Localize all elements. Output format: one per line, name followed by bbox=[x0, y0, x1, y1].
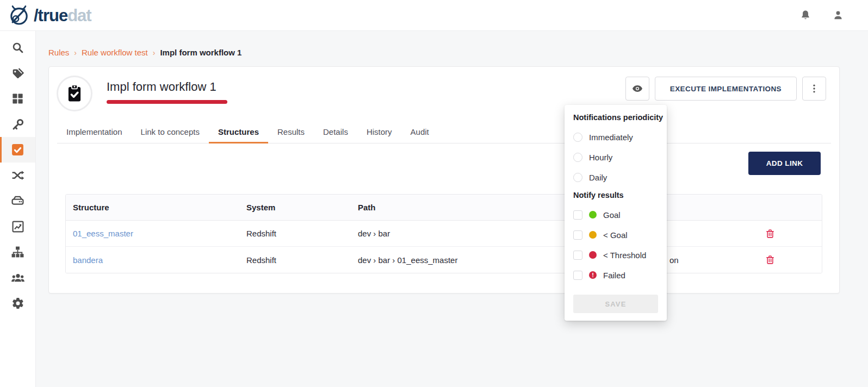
user-profile-icon[interactable] bbox=[832, 9, 844, 21]
trash-icon bbox=[765, 254, 776, 265]
notifications-bell-icon[interactable] bbox=[799, 9, 811, 21]
radio-button-icon[interactable] bbox=[573, 153, 582, 162]
radio-option-immediately[interactable]: Immediately bbox=[573, 130, 658, 143]
notifications-popup: Notifications periodicity Immediately Ho… bbox=[565, 105, 667, 321]
tab-details[interactable]: Details bbox=[314, 121, 357, 143]
grid-icon bbox=[11, 92, 24, 105]
breadcrumb-link-rules[interactable]: Rules bbox=[48, 48, 69, 57]
radio-button-icon[interactable] bbox=[573, 173, 582, 182]
checkbox-option-below-threshold[interactable]: < Threshold bbox=[573, 248, 658, 261]
structures-table: Structure System Path 01_eess_master Red… bbox=[65, 194, 822, 273]
more-options-button[interactable] bbox=[802, 77, 826, 101]
tab-structures[interactable]: Structures bbox=[209, 121, 268, 143]
chart-icon bbox=[11, 220, 24, 233]
column-header-structure: Structure bbox=[66, 203, 246, 212]
add-link-button[interactable]: ADD LINK bbox=[748, 152, 821, 175]
tab-audit[interactable]: Audit bbox=[401, 121, 438, 143]
owl-logo-icon bbox=[7, 3, 31, 27]
page-title: Impl form workflow 1 bbox=[107, 80, 227, 94]
system-cell: Redshift bbox=[246, 229, 358, 238]
save-button[interactable]: SAVE bbox=[573, 295, 658, 313]
gear-icon bbox=[11, 297, 24, 310]
drive-icon bbox=[11, 194, 24, 208]
sidebar-item-dashboard[interactable] bbox=[0, 86, 35, 111]
truedat-logo[interactable]: /truedat bbox=[0, 3, 91, 27]
sidebar-item-settings[interactable] bbox=[0, 290, 35, 316]
table-row: bandera Redshift dev › bar › 01_eess_mas… bbox=[66, 247, 822, 273]
result-progress-bar bbox=[107, 100, 227, 104]
view-button[interactable] bbox=[625, 77, 649, 101]
table-header-row: Structure System Path bbox=[66, 195, 822, 221]
implementation-badge bbox=[57, 76, 92, 111]
below-goal-status-dot bbox=[589, 231, 597, 239]
radio-button-icon[interactable] bbox=[573, 133, 582, 142]
main-content: Rules › Rule workflow test › Impl form w… bbox=[36, 31, 868, 387]
checkbox-icon[interactable] bbox=[573, 210, 582, 220]
sidebar-item-search[interactable] bbox=[0, 35, 35, 60]
users-icon bbox=[11, 271, 25, 285]
shuffle-icon bbox=[11, 168, 24, 182]
checkbox-icon[interactable] bbox=[573, 251, 582, 260]
sidebar-item-systems[interactable] bbox=[0, 188, 35, 214]
sidebar-item-permissions[interactable] bbox=[0, 111, 35, 137]
logo-text: /truedat bbox=[34, 7, 91, 24]
structure-link[interactable]: bandera bbox=[73, 255, 103, 265]
eye-icon bbox=[631, 83, 643, 95]
breadcrumb-separator: › bbox=[153, 48, 156, 57]
popup-periodicity-title: Notifications periodicity bbox=[573, 113, 658, 122]
checkbox-option-failed[interactable]: Failed bbox=[573, 269, 658, 282]
column-header-system: System bbox=[246, 203, 358, 212]
tab-history[interactable]: History bbox=[357, 121, 401, 143]
key-icon bbox=[11, 118, 24, 131]
radio-option-hourly[interactable]: Hourly bbox=[573, 151, 658, 164]
radio-option-daily[interactable]: Daily bbox=[573, 171, 658, 184]
delete-link-button[interactable] bbox=[764, 253, 777, 266]
system-cell: Redshift bbox=[246, 255, 358, 265]
clipboard-check-icon bbox=[65, 84, 84, 103]
sidebar-item-rules[interactable] bbox=[0, 137, 35, 163]
tab-results[interactable]: Results bbox=[268, 121, 314, 143]
sidebar bbox=[0, 31, 36, 387]
execute-implementations-button[interactable]: EXECUTE IMPLEMENTATIONS bbox=[655, 77, 797, 101]
app-header: /truedat bbox=[0, 0, 868, 31]
tags-icon bbox=[11, 67, 24, 80]
checkbox-icon[interactable] bbox=[573, 230, 582, 240]
table-row: 01_eess_master Redshift dev › bar bbox=[66, 221, 822, 247]
trash-icon bbox=[765, 228, 776, 239]
structure-link[interactable]: 01_eess_master bbox=[73, 229, 133, 238]
sidebar-item-tags[interactable] bbox=[0, 60, 35, 86]
sidebar-item-lineage[interactable] bbox=[0, 163, 35, 188]
rules-check-icon bbox=[11, 143, 24, 157]
breadcrumb-current: Impl form workflow 1 bbox=[160, 48, 241, 57]
breadcrumb-separator: › bbox=[74, 48, 77, 57]
tab-implementation[interactable]: Implementation bbox=[57, 121, 132, 143]
breadcrumb-link-rule-workflow-test[interactable]: Rule workflow test bbox=[82, 48, 148, 57]
card-header: Impl form workflow 1 bbox=[57, 76, 227, 111]
search-icon bbox=[11, 41, 24, 54]
tab-bar: Implementation Link to concepts Structur… bbox=[57, 121, 831, 143]
checkbox-option-below-goal[interactable]: < Goal bbox=[573, 228, 658, 241]
sidebar-item-hierarchy[interactable] bbox=[0, 239, 35, 265]
goal-status-dot bbox=[589, 211, 597, 219]
sitemap-icon bbox=[11, 245, 24, 259]
obscured-text-fragment: on bbox=[669, 255, 679, 265]
header-actions: EXECUTE IMPLEMENTATIONS bbox=[625, 77, 826, 101]
below-threshold-status-dot bbox=[589, 251, 597, 259]
sidebar-item-groups[interactable] bbox=[0, 265, 35, 290]
tab-link-to-concepts[interactable]: Link to concepts bbox=[132, 121, 209, 143]
checkbox-option-goal[interactable]: Goal bbox=[573, 208, 658, 221]
kebab-menu-icon bbox=[809, 83, 820, 94]
implementation-card: Impl form workflow 1 EXECUTE IMPLEMENTAT… bbox=[48, 66, 840, 294]
sidebar-item-charts[interactable] bbox=[0, 214, 35, 239]
delete-link-button[interactable] bbox=[764, 227, 777, 240]
popup-results-title: Notify results bbox=[573, 191, 658, 199]
checkbox-icon[interactable] bbox=[573, 271, 582, 280]
failed-exclamation-icon bbox=[589, 271, 597, 279]
breadcrumb: Rules › Rule workflow test › Impl form w… bbox=[48, 48, 241, 57]
